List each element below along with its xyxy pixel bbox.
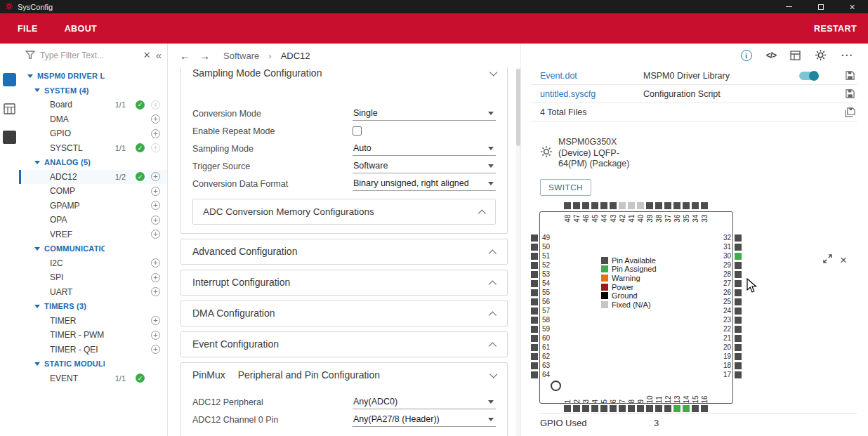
table-icon[interactable]	[790, 51, 801, 60]
chevron-up-icon[interactable]	[489, 249, 497, 257]
tree-item-timer-qei[interactable]: TIMER - QEI+	[19, 343, 167, 357]
pin-pad-26[interactable]	[735, 289, 742, 296]
pin-pad-19[interactable]	[735, 353, 742, 360]
pin-pad-14[interactable]	[683, 405, 690, 412]
pin-pad-64[interactable]	[531, 371, 538, 378]
tree-item-event[interactable]: EVENT1/1✓	[19, 371, 167, 386]
close-button[interactable]: ×	[836, 0, 868, 13]
pin-pad-34[interactable]	[692, 202, 699, 209]
tree-item-timer[interactable]: TIMER+	[19, 314, 167, 329]
pin-pad-30[interactable]	[735, 253, 742, 260]
pin-pad-18[interactable]	[735, 362, 742, 369]
pin-pad-4[interactable]	[591, 405, 598, 412]
restore-button[interactable]	[805, 0, 836, 13]
add-instance-icon[interactable]: +	[151, 201, 160, 210]
scrollbar-thumb[interactable]	[516, 69, 520, 146]
section-header-dma-configuration[interactable]: DMA Configuration	[181, 301, 507, 326]
dropdown-adc12-peripheral[interactable]: Any(ADC0)	[353, 395, 496, 409]
pin-pad-43[interactable]	[610, 202, 617, 209]
pin-pad-58[interactable]	[531, 317, 538, 324]
pin-pad-48[interactable]	[564, 202, 571, 209]
pin-pad-8[interactable]	[628, 405, 635, 412]
add-instance-icon[interactable]: +	[151, 129, 160, 138]
tree-item-system-4[interactable]: SYSTEM (4)	[19, 84, 167, 98]
add-instance-icon[interactable]: +	[151, 100, 160, 110]
pin-pad-50[interactable]	[531, 244, 538, 251]
pin-pad-17[interactable]	[735, 371, 742, 378]
chevron-up-icon[interactable]	[489, 342, 497, 350]
add-instance-icon[interactable]: +	[151, 345, 160, 354]
add-instance-icon[interactable]: +	[151, 316, 160, 325]
menu-about[interactable]: ABOUT	[65, 24, 97, 34]
pin-pad-54[interactable]	[531, 280, 538, 287]
add-instance-icon[interactable]: +	[151, 273, 160, 282]
pin-pad-39[interactable]	[646, 202, 653, 209]
pin-pad-15[interactable]	[692, 405, 699, 412]
pin-pad-38[interactable]	[655, 202, 662, 209]
tree-item-analog-5[interactable]: ANALOG (5)	[19, 155, 167, 170]
pin-pad-13[interactable]	[673, 405, 680, 412]
tree-collapse-caret-icon[interactable]	[34, 161, 40, 164]
tree-collapse-caret-icon[interactable]	[34, 362, 40, 366]
chevron-down-icon[interactable]	[489, 68, 497, 76]
pin-pad-46[interactable]	[582, 202, 589, 209]
tree-item-vref[interactable]: VREF+	[19, 227, 167, 242]
add-instance-icon[interactable]: +	[151, 172, 160, 181]
pin-pad-53[interactable]	[531, 271, 538, 278]
pin-pad-49[interactable]	[531, 234, 538, 242]
pin-pad-23[interactable]	[735, 317, 742, 324]
section-header-pinmux[interactable]: PinMux Peripheral and Pin Configuration	[181, 363, 507, 388]
add-instance-icon[interactable]: +	[151, 143, 160, 152]
dropdown-adc12-channel-0-pin[interactable]: Any(PA27/8 (Header))	[353, 412, 496, 427]
pin-pad-45[interactable]	[591, 202, 598, 209]
grid-panel-icon[interactable]	[3, 102, 16, 115]
pin-pad-57[interactable]	[531, 308, 538, 315]
dropdown-trigger-source[interactable]: Software	[353, 159, 496, 173]
tree-collapse-caret-icon[interactable]	[34, 88, 40, 92]
library-enabled-toggle[interactable]	[799, 72, 818, 80]
pin-pad-27[interactable]	[735, 280, 742, 287]
pin-pad-36[interactable]	[673, 202, 680, 209]
subsection-adc-conversion-memory-configurations[interactable]: ADC Conversion Memory Configurations	[192, 199, 496, 225]
tree-item-sysctl[interactable]: SYSCTL1/1✓+	[19, 141, 167, 156]
add-instance-icon[interactable]: +	[151, 114, 160, 124]
switch-device-button[interactable]: SWITCH	[540, 179, 591, 196]
pin-pad-2[interactable]	[573, 405, 580, 412]
pin-pad-55[interactable]	[531, 289, 538, 296]
add-instance-icon[interactable]: +	[151, 230, 160, 239]
tree-item-uart[interactable]: UART+	[19, 285, 167, 300]
add-instance-icon[interactable]: +	[151, 331, 160, 340]
pin-pad-37[interactable]	[664, 202, 671, 209]
pin-pad-12[interactable]	[664, 405, 671, 412]
pin-pad-51[interactable]	[531, 253, 538, 260]
tree-item-board[interactable]: Board1/1✓+	[19, 98, 167, 112]
menu-file[interactable]: FILE	[18, 24, 38, 34]
tree-item-adc12[interactable]: ADC121/2✓+	[19, 170, 167, 185]
tree-item-timers-3[interactable]: TIMERS (3)	[19, 299, 167, 314]
section-header-interrupt-configuration[interactable]: Interrupt Configuration	[181, 270, 507, 295]
pin-pad-3[interactable]	[582, 405, 589, 412]
pin-pad-33[interactable]	[701, 202, 708, 209]
gear-icon[interactable]	[815, 49, 827, 61]
pin-pad-6[interactable]	[610, 405, 617, 412]
pin-pad-7[interactable]	[619, 405, 626, 412]
pin-pad-62[interactable]	[531, 353, 538, 360]
chevron-up-icon[interactable]	[489, 311, 497, 319]
pin-pad-47[interactable]	[573, 202, 580, 209]
restart-button[interactable]: RESTART	[814, 24, 857, 34]
add-instance-icon[interactable]: +	[151, 258, 160, 267]
clear-filter-icon[interactable]: ✕	[143, 51, 151, 60]
tree-item-communications-3[interactable]: COMMUNICATIONS (3)	[19, 242, 167, 256]
save-all-icon[interactable]	[843, 107, 857, 117]
tree-item-comp[interactable]: COMP+	[19, 184, 167, 199]
pin-pad-41[interactable]	[628, 202, 635, 209]
pin-pad-29[interactable]	[735, 262, 742, 269]
pin-pad-32[interactable]	[735, 234, 742, 242]
tree-item-opa[interactable]: OPA+	[19, 213, 167, 227]
pin-pad-5[interactable]	[600, 405, 607, 412]
minimize-button[interactable]	[773, 0, 805, 13]
section-header-event-configuration[interactable]: Event Configuration	[181, 332, 507, 357]
pin-pad-40[interactable]	[637, 202, 644, 209]
expand-icon[interactable]	[822, 253, 833, 267]
back-arrow-icon[interactable]: ←	[180, 50, 190, 62]
